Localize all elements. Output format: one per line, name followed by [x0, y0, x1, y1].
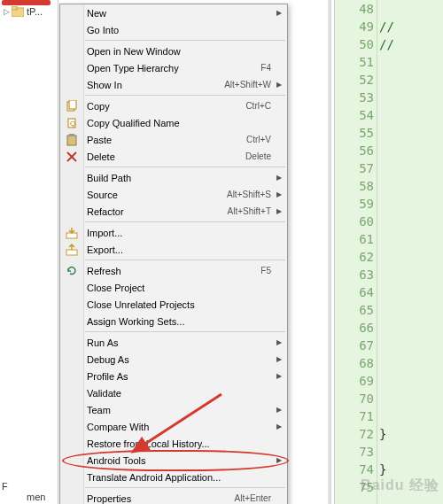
editor-line[interactable]: 63 — [335, 266, 443, 283]
line-number: 48 — [335, 2, 379, 16]
tree-item-label: tP... — [27, 6, 43, 17]
editor-line[interactable]: 66 — [335, 319, 443, 337]
editor-gutter: 4849//50//515253545556575859606162636465… — [335, 0, 443, 496]
menu-item-debug-as[interactable]: Debug As▶ — [60, 351, 287, 368]
delete-icon — [65, 150, 79, 164]
editor-line[interactable]: 52 — [335, 71, 443, 89]
submenu-arrow-icon: ▶ — [276, 372, 282, 380]
tree-expand-icon[interactable]: ▷ — [2, 7, 11, 16]
editor-line[interactable]: 70 — [335, 390, 443, 407]
editor-line[interactable]: 65 — [335, 301, 443, 319]
editor-line[interactable]: 69 — [335, 372, 443, 390]
editor-line[interactable]: 62 — [335, 248, 443, 266]
menu-item-label: Close Project — [87, 283, 271, 293]
export-icon — [65, 243, 79, 257]
menu-item-source[interactable]: SourceAlt+Shift+S▶ — [60, 186, 287, 203]
menu-item-import[interactable]: Import... — [60, 224, 287, 241]
menu-item-refactor[interactable]: RefactorAlt+Shift+T▶ — [60, 203, 287, 220]
line-number: 64 — [335, 285, 379, 299]
editor-line[interactable]: 57 — [335, 159, 443, 177]
line-number: 55 — [335, 126, 379, 140]
tree-item[interactable]: ▷ tP... — [0, 4, 58, 19]
menu-item-label: Restore from Local History... — [87, 438, 271, 449]
menu-item-delete[interactable]: DeleteDelete — [60, 148, 287, 165]
menu-item-profile-as[interactable]: Profile As▶ — [60, 368, 287, 384]
menu-item-label: Copy — [87, 101, 238, 112]
paste-icon — [65, 133, 79, 147]
status-fragment-1: F — [2, 481, 8, 492]
menu-item-label: Compare With — [87, 422, 271, 432]
menu-item-label: Validate — [87, 388, 271, 399]
line-number: 50 — [335, 37, 379, 51]
menu-separator — [85, 221, 285, 222]
editor-line[interactable]: 64 — [335, 283, 443, 301]
line-number: 65 — [335, 303, 379, 317]
editor-line[interactable]: 68 — [335, 354, 443, 372]
menu-item-label: Open Type Hierarchy — [87, 63, 253, 74]
line-number: 54 — [335, 108, 379, 122]
editor-line[interactable]: 48 — [335, 0, 443, 18]
editor-line[interactable]: 50// — [335, 35, 443, 53]
menu-item-properties[interactable]: PropertiesAlt+Enter — [60, 490, 287, 504]
menu-item-label: Open in New Window — [87, 46, 271, 57]
menu-item-label: Show In — [87, 80, 217, 90]
menu-item-copy[interactable]: CopyCtrl+C — [60, 97, 287, 114]
redaction-mark — [2, 0, 51, 5]
menu-item-compare-with[interactable]: Compare With▶ — [60, 418, 287, 435]
editor-line[interactable]: 60 — [335, 213, 443, 230]
menu-item-show-in[interactable]: Show InAlt+Shift+W▶ — [60, 76, 287, 93]
menu-item-run-as[interactable]: Run As▶ — [60, 334, 287, 351]
editor-line[interactable]: 55 — [335, 124, 443, 142]
editor-line[interactable]: 53 — [335, 89, 443, 106]
code-editor[interactable]: 4849//50//515253545556575859606162636465… — [334, 0, 443, 504]
line-number: 67 — [335, 338, 379, 353]
line-number: 58 — [335, 179, 379, 193]
menu-item-go-into[interactable]: Go Into — [60, 21, 287, 38]
project-explorer[interactable]: ▷ tP... — [0, 0, 58, 504]
menu-item-validate[interactable]: Validate — [60, 384, 287, 401]
menu-separator — [85, 167, 285, 167]
menu-item-open-in-new-window[interactable]: Open in New Window — [60, 43, 287, 59]
menu-item-translate-android-application[interactable]: Translate Android Application... — [60, 469, 287, 485]
editor-line[interactable]: 67 — [335, 337, 443, 354]
menu-item-accel: Delete — [238, 151, 271, 161]
line-text: } — [379, 462, 386, 477]
line-number: 60 — [335, 214, 379, 229]
line-number: 57 — [335, 161, 379, 175]
menu-item-open-type-hierarchy[interactable]: Open Type HierarchyF4 — [60, 59, 287, 76]
menu-item-accel: Alt+Shift+T — [221, 206, 271, 216]
menu-item-team[interactable]: Team▶ — [60, 401, 287, 418]
submenu-arrow-icon: ▶ — [276, 190, 282, 198]
menu-item-label: Delete — [87, 151, 238, 162]
editor-line[interactable]: 71 — [335, 407, 443, 425]
menu-item-new[interactable]: New▶ — [60, 4, 287, 21]
line-number: 63 — [335, 268, 379, 282]
menu-item-assign-working-sets[interactable]: Assign Working Sets... — [60, 313, 287, 330]
editor-line[interactable]: 74} — [335, 461, 443, 478]
menu-item-android-tools[interactable]: Android Tools▶ — [60, 452, 287, 469]
menu-item-close-unrelated-projects[interactable]: Close Unrelated Projects — [60, 296, 287, 313]
editor-line[interactable]: 58 — [335, 177, 443, 195]
sash-divider[interactable] — [328, 0, 331, 504]
menu-item-accel: Alt+Shift+W — [217, 80, 271, 89]
editor-line[interactable]: 61 — [335, 230, 443, 248]
menu-item-build-path[interactable]: Build Path▶ — [60, 169, 287, 186]
editor-line[interactable]: 75 — [335, 478, 443, 496]
editor-line[interactable]: 49// — [335, 18, 443, 35]
menu-item-refresh[interactable]: RefreshF5 — [60, 262, 287, 279]
menu-item-restore-from-local-history[interactable]: Restore from Local History... — [60, 435, 287, 452]
svg-rect-7 — [69, 134, 74, 136]
submenu-arrow-icon: ▶ — [276, 456, 282, 464]
menu-item-export[interactable]: Export... — [60, 241, 287, 258]
editor-line[interactable]: 59 — [335, 195, 443, 213]
editor-line[interactable]: 54 — [335, 106, 443, 124]
editor-line[interactable]: 56 — [335, 142, 443, 159]
menu-item-close-project[interactable]: Close Project — [60, 279, 287, 296]
menu-item-accel: Alt+Enter — [228, 493, 271, 503]
editor-line[interactable]: 73 — [335, 443, 443, 461]
menu-item-copy-qualified-name[interactable]: QCopy Qualified Name — [60, 114, 287, 131]
line-number: 56 — [335, 143, 379, 158]
menu-item-paste[interactable]: PasteCtrl+V — [60, 131, 287, 148]
editor-line[interactable]: 72 } — [335, 425, 443, 443]
editor-line[interactable]: 51 — [335, 53, 443, 71]
